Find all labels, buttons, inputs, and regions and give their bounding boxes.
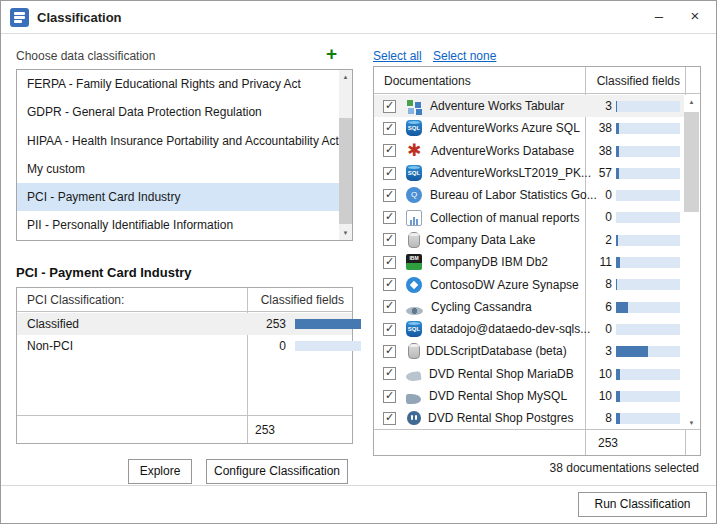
mysql-icon [406, 394, 421, 404]
pci-col-header: PCI Classification: [27, 293, 124, 307]
scrollbar-thumb[interactable] [339, 118, 352, 224]
sql-server-icon [406, 143, 423, 159]
row-checkbox[interactable] [383, 300, 396, 313]
classified-bar [616, 168, 680, 179]
explore-button[interactable]: Explore [128, 459, 192, 484]
database-icon [408, 343, 420, 359]
documentations-col-header: Documentations [384, 74, 471, 88]
row-value: 2 [585, 233, 612, 247]
row-value: 253 [248, 317, 286, 331]
documentations-scrollbar[interactable]: ▲ ▼ [684, 95, 699, 430]
table-row[interactable]: DVD Rental Shop MariaDB 10 [374, 363, 685, 385]
table-row[interactable]: ContosoDW Azure Synapse 8 [374, 273, 685, 295]
row-checkbox[interactable] [383, 412, 396, 425]
scroll-up-icon[interactable]: ▲ [339, 70, 352, 84]
classified-bar [295, 319, 361, 329]
row-checkbox[interactable] [383, 211, 396, 224]
bigquery-icon [406, 187, 422, 203]
classified-bar [616, 146, 680, 157]
report-icon [406, 210, 422, 226]
classified-bar [616, 369, 680, 380]
classification-dialog: Classification – × Choose data classific… [0, 0, 717, 524]
row-checkbox[interactable] [383, 233, 396, 246]
documentation-rows: Adventure Works Tabular 3 AdventureWorks… [374, 95, 685, 430]
scroll-down-icon[interactable]: ▼ [339, 226, 352, 240]
row-value: 0 [585, 188, 612, 202]
list-item-ferpa[interactable]: FERPA - Family Educational Rights and Pr… [17, 70, 339, 98]
row-checkbox[interactable] [383, 100, 396, 113]
row-value: 11 [585, 255, 612, 269]
list-item-pci[interactable]: PCI - Payment Card Industry [17, 183, 339, 211]
row-checkbox[interactable] [383, 256, 396, 269]
table-row[interactable]: Bureau of Labor Statistics Go... 0 [374, 184, 685, 206]
row-value: 3 [585, 99, 612, 113]
azure-sql-icon [406, 120, 422, 136]
selected-summary: 38 documentations selected [550, 461, 699, 475]
tabular-icon [406, 98, 422, 114]
minimize-icon[interactable]: – [642, 1, 676, 33]
window-title: Classification [37, 10, 122, 25]
row-value: 8 [585, 411, 612, 425]
classified-bar [616, 123, 680, 134]
run-classification-button[interactable]: Run Classification [578, 492, 707, 517]
row-checkbox[interactable] [383, 323, 396, 336]
row-value: 6 [585, 300, 612, 314]
title-bar: Classification – × [1, 1, 716, 34]
classification-app-icon [10, 8, 29, 27]
table-row[interactable]: Non-PCI 0 [17, 335, 352, 357]
table-row[interactable]: Collection of manual reports 0 [374, 206, 685, 228]
row-checkbox[interactable] [383, 144, 396, 157]
database-icon [408, 232, 420, 248]
row-value: 8 [585, 277, 612, 291]
row-value: 10 [585, 367, 612, 381]
documentations-total: 253 [598, 436, 618, 450]
row-value: 10 [585, 389, 612, 403]
scrollbar-thumb[interactable] [684, 112, 699, 212]
ibm-db2-icon [406, 254, 422, 270]
choose-classification-label: Choose data classification [16, 49, 155, 63]
list-item-hipaa[interactable]: HIPAA - Health Insurance Portability and… [17, 127, 339, 155]
table-row[interactable]: Adventure Works Tabular 3 [374, 95, 685, 117]
postgres-icon [407, 411, 421, 425]
row-value: 3 [585, 344, 612, 358]
row-checkbox[interactable] [383, 167, 396, 180]
selected-classification-heading: PCI - Payment Card Industry [16, 265, 192, 280]
row-checkbox[interactable] [383, 278, 396, 291]
table-row[interactable]: DVD Rental Shop MySQL 10 [374, 385, 685, 407]
close-icon[interactable]: × [678, 1, 712, 33]
list-item-gdpr[interactable]: GDPR - General Data Protection Regulatio… [17, 98, 339, 126]
row-checkbox[interactable] [383, 367, 396, 380]
table-row[interactable]: Cycling Cassandra 6 [374, 296, 685, 318]
add-classification-icon[interactable]: + [326, 43, 337, 65]
table-row[interactable]: AdventureWorksLT2019_PK... 57 [374, 162, 685, 184]
table-row[interactable]: DVD Rental Shop Postgres 8 [374, 407, 685, 429]
classified-bar [616, 257, 680, 268]
azure-sql-icon [406, 165, 422, 181]
select-all-link[interactable]: Select all [373, 49, 422, 63]
classification-listbox: FERPA - Family Educational Rights and Pr… [16, 69, 353, 241]
table-row[interactable]: CompanyDB IBM Db2 11 [374, 251, 685, 273]
select-none-link[interactable]: Select none [433, 49, 496, 63]
row-label: Non-PCI [27, 339, 73, 353]
table-row[interactable]: AdventureWorks Database 38 [374, 140, 685, 162]
row-checkbox[interactable] [383, 390, 396, 403]
scroll-down-icon[interactable]: ▼ [684, 416, 699, 430]
table-row[interactable]: AdventureWorks Azure SQL 38 [374, 117, 685, 139]
row-checkbox[interactable] [383, 189, 396, 202]
cassandra-icon [406, 307, 423, 315]
row-checkbox[interactable] [383, 345, 396, 358]
table-row[interactable]: DDLScriptDatabase (beta) 3 [374, 340, 685, 362]
row-checkbox[interactable] [383, 122, 396, 135]
list-item-pii[interactable]: PII - Personally Identifiable Informatio… [17, 211, 339, 239]
classified-bar [616, 212, 680, 223]
scroll-up-icon[interactable]: ▲ [684, 95, 699, 109]
table-row[interactable]: Classified 253 [17, 313, 352, 335]
list-item-my-custom[interactable]: My custom [17, 155, 339, 183]
table-row[interactable]: Company Data Lake 2 [374, 229, 685, 251]
row-value: 38 [585, 144, 612, 158]
configure-classification-button[interactable]: Configure Classification [206, 459, 348, 484]
azure-sql-icon [406, 321, 422, 337]
classification-list-scrollbar[interactable]: ▲ ▼ [339, 70, 352, 240]
table-row[interactable]: datadojo@dataedo-dev-sqls... 0 [374, 318, 685, 340]
classified-bar [616, 324, 680, 335]
